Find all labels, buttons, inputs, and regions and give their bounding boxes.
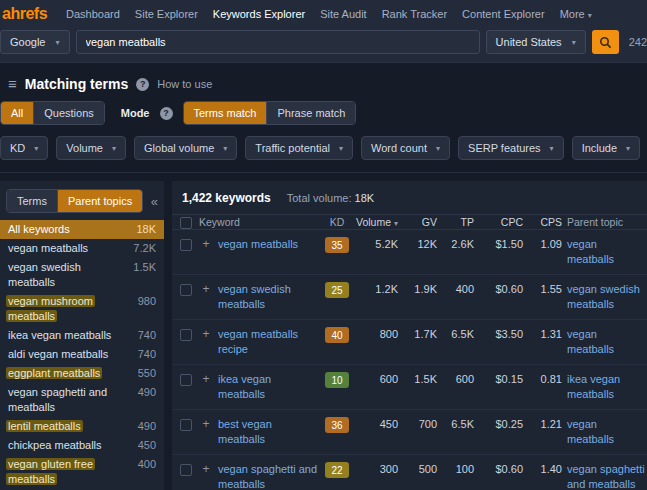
sidebar-item[interactable]: vegan meatballs 7.2K	[0, 239, 164, 258]
keyword-link[interactable]: vegan meatballs	[218, 237, 318, 252]
nav-keywords-explorer[interactable]: Keywords Explorer	[213, 8, 305, 20]
gv-value: 700	[403, 417, 437, 432]
column-header-kd[interactable]: KD	[323, 216, 351, 228]
sidebar-item-all-keywords[interactable]: All keywords 18K	[0, 220, 164, 239]
sidebar-item[interactable]: aldi vegan meatballs 740	[0, 345, 164, 364]
sidebar: Terms Parent topics « All keywords 18K v…	[0, 181, 164, 490]
collapse-sidebar-icon[interactable]: «	[151, 194, 158, 209]
row-checkbox[interactable]	[180, 374, 192, 386]
column-header-parent-topic[interactable]: Parent topic	[567, 216, 647, 228]
sidebar-item[interactable]: lentil meatballs 490	[0, 417, 164, 436]
page-title: Matching terms	[25, 76, 128, 92]
column-header-tp[interactable]: TP	[442, 216, 474, 228]
add-keyword-icon[interactable]: +	[199, 327, 213, 342]
how-to-use-link[interactable]: How to use	[157, 78, 212, 90]
kd-badge: 35	[325, 237, 349, 253]
nav-rank-tracker[interactable]: Rank Tracker	[382, 8, 447, 20]
column-header-keyword[interactable]: Keyword	[199, 216, 318, 228]
results-count: 1,422 keywords	[182, 191, 271, 205]
row-checkbox[interactable]	[180, 464, 192, 476]
all-button[interactable]: All	[1, 102, 33, 124]
questions-button[interactable]: Questions	[33, 102, 104, 124]
parent-topic-link[interactable]: vegan meatballs	[567, 327, 647, 357]
filter-global-volume-button[interactable]: Global volume▾	[134, 136, 237, 160]
add-keyword-icon[interactable]: +	[199, 282, 213, 297]
sidebar-item[interactable]: chickpea meatballs 450	[0, 436, 164, 455]
nav-dashboard[interactable]: Dashboard	[66, 8, 120, 20]
filter-word-count-button[interactable]: Word count▾	[361, 136, 450, 160]
search-engine-select[interactable]: Google ▾	[0, 30, 70, 54]
column-header-volume[interactable]: Volume▾	[356, 216, 398, 228]
filter-kd-button[interactable]: KD▾	[0, 136, 48, 160]
kd-badge: 36	[325, 417, 349, 433]
add-keyword-icon[interactable]: +	[199, 462, 213, 477]
select-all-checkbox[interactable]	[180, 217, 192, 229]
phrase-match-button[interactable]: Phrase match	[266, 102, 355, 124]
nav-more[interactable]: More▾	[560, 8, 592, 20]
match-mode-toggle: Terms match Phrase match	[183, 101, 357, 125]
parent-topic-link[interactable]: vegan swedish meatballs	[567, 282, 647, 312]
tab-terms[interactable]: Terms	[7, 190, 57, 212]
table-row: + ikea vegan meatballs 10 600 1.5K 600 $…	[172, 365, 647, 410]
cpc-value: $3.50	[479, 327, 523, 342]
nav-site-explorer[interactable]: Site Explorer	[135, 8, 198, 20]
tp-value: 400	[442, 282, 474, 297]
chevron-down-icon: ▾	[588, 11, 592, 20]
filter-include-button[interactable]: Include▾	[572, 136, 641, 160]
parent-topic-link[interactable]: ikea vegan meatballs	[567, 372, 647, 402]
nav-content-explorer[interactable]: Content Explorer	[462, 8, 545, 20]
volume-value: 1.2K	[356, 282, 398, 297]
parent-topic-link[interactable]: vegan meatballs	[567, 237, 647, 267]
chevron-down-icon: ▾	[339, 144, 343, 153]
sidebar-item[interactable]: eggplant meatballs 550	[0, 364, 164, 383]
tp-value: 600	[442, 372, 474, 387]
search-button[interactable]	[592, 30, 619, 54]
row-checkbox[interactable]	[180, 284, 192, 296]
cpc-value: $0.60	[479, 282, 523, 297]
kd-badge: 10	[325, 372, 349, 388]
search-input[interactable]	[76, 30, 480, 54]
add-keyword-icon[interactable]: +	[199, 237, 213, 252]
nav-site-audit[interactable]: Site Audit	[320, 8, 366, 20]
column-header-cps[interactable]: CPS	[528, 216, 562, 228]
keyword-link[interactable]: best vegan meatballs	[218, 417, 318, 447]
question-icon[interactable]: ?	[136, 78, 149, 91]
question-icon[interactable]: ?	[160, 107, 173, 120]
tp-value: 100	[442, 462, 474, 477]
filter-serp-features-button[interactable]: SERP features▾	[458, 136, 564, 160]
cpc-value: $1.50	[479, 237, 523, 252]
filter-volume-button[interactable]: Volume▾	[56, 136, 126, 160]
column-header-gv[interactable]: GV	[403, 216, 437, 228]
tab-parent-topics[interactable]: Parent topics	[57, 190, 142, 212]
ahrefs-logo[interactable]: ahrefs	[2, 5, 47, 23]
keyword-link[interactable]: vegan swedish meatballs	[218, 282, 318, 312]
row-checkbox[interactable]	[180, 419, 192, 431]
sidebar-item[interactable]: vegan spaghetti and meatballs 490	[0, 383, 164, 417]
country-select[interactable]: United States ▾	[486, 30, 586, 54]
keyword-link[interactable]: vegan meatballs recipe	[218, 327, 318, 357]
sidebar-item[interactable]: vegan mushroom meatballs 980	[0, 292, 164, 326]
cps-value: 1.09	[528, 237, 562, 252]
results-header: 1,422 keywords Total volume: 18K	[172, 181, 647, 214]
total-volume-value: 18K	[355, 192, 375, 204]
sidebar-item[interactable]: vegan gluten free meatballs 400	[0, 455, 164, 489]
parent-topic-link[interactable]: vegan spaghetti and meatballs	[567, 462, 647, 490]
add-keyword-icon[interactable]: +	[199, 372, 213, 387]
column-header-cpc[interactable]: CPC	[479, 216, 523, 228]
cps-value: 1.55	[528, 282, 562, 297]
parent-topic-link[interactable]: vegan meatballs	[567, 417, 647, 447]
filter-traffic-potential-button[interactable]: Traffic potential▾	[245, 136, 353, 160]
volume-value: 450	[356, 417, 398, 432]
kd-badge: 25	[325, 282, 349, 298]
row-checkbox[interactable]	[180, 239, 192, 251]
sidebar-item[interactable]: vegan swedish meatballs 1.5K	[0, 258, 164, 292]
menu-icon[interactable]: ≡	[8, 77, 17, 91]
row-checkbox[interactable]	[180, 329, 192, 341]
keyword-link[interactable]: ikea vegan meatballs	[218, 372, 318, 402]
terms-match-button[interactable]: Terms match	[184, 102, 267, 124]
keyword-link[interactable]: vegan spaghetti and meatballs	[218, 462, 318, 490]
add-keyword-icon[interactable]: +	[199, 417, 213, 432]
chevron-down-icon: ▾	[550, 144, 554, 153]
top-navigation: ahrefs Dashboard Site Explorer Keywords …	[0, 0, 647, 28]
sidebar-item[interactable]: ikea vegan meatballs 740	[0, 326, 164, 345]
